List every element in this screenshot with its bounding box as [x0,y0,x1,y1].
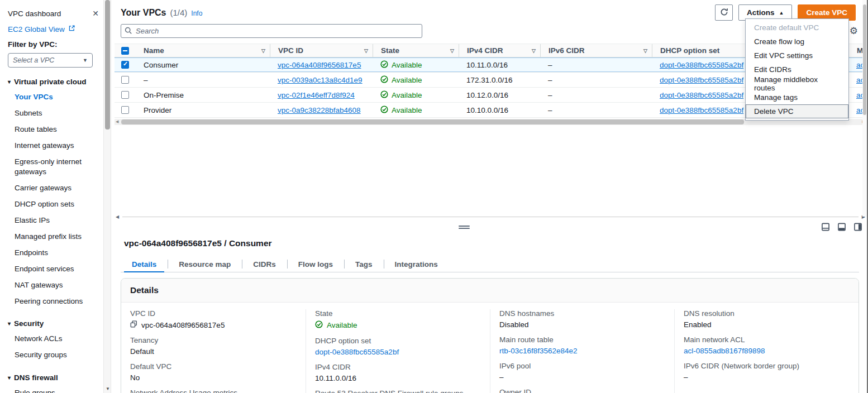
tab-label: Resource map [179,260,231,269]
panel-split-layout-icon[interactable] [837,223,846,233]
scrollbar-thumb[interactable] [121,119,744,124]
refresh-icon [720,8,728,18]
sidebar-item-endpoint-services[interactable]: Endpoint services [8,261,100,277]
column-header-state[interactable]: State▽ [373,44,459,57]
column-header-ipv6-cidr[interactable]: IPv6 CIDR▽ [540,44,652,57]
tab-details[interactable]: Details [121,256,168,272]
vpc-filter-select[interactable]: Select a VPC ▼ [8,53,93,68]
tab-flow-logs[interactable]: Flow logs [287,256,344,272]
field-label: IPv4 CIDR [315,363,481,371]
row-checkbox[interactable] [121,91,129,99]
filter-icon[interactable]: ▽ [450,48,454,54]
sidebar-item-elastic-ips[interactable]: Elastic IPs [8,213,100,229]
row-checkbox[interactable] [121,106,129,114]
menu-item-create-flow-log[interactable]: Create flow log [746,35,848,49]
menu-item-edit-vpc-settings[interactable]: Edit VPC settings [746,49,848,63]
vpc-id-link[interactable]: vpc-0039a0c13a8c4d1e9 [278,76,363,84]
column-header-name[interactable]: Name▽ [136,44,270,57]
sidebar-item-rule-groups[interactable]: Rule groups [8,385,100,393]
panel-horizontal-scrollbar[interactable]: ◀ ▶ [115,213,866,221]
row-checkbox[interactable] [121,61,129,69]
field-label: IPv6 pool [499,362,665,370]
row-checkbox[interactable] [121,76,129,84]
select-all-checkbox[interactable] [121,47,129,55]
tab-resource-map[interactable]: Resource map [168,256,242,272]
column-header-vpc-id[interactable]: VPC ID▽ [270,44,373,57]
section-security[interactable]: ▾ Security [8,319,100,328]
menu-item-edit-cidrs[interactable]: Edit CIDRs [746,63,848,76]
vpc-id-link[interactable]: vpc-02f1e46eff7d8f924 [278,91,355,99]
sidebar-item-endpoints[interactable]: Endpoints [8,245,100,261]
sidebar-item-your-vpcs[interactable]: Your VPCs [8,89,100,106]
dhcp-option-set-link[interactable]: dopt-0e388fbc65585a2bf [660,91,743,99]
cell-ipv4-cidr: 10.12.0.0/16 [459,91,540,99]
panel-bottom-layout-icon[interactable] [821,223,830,233]
sidebar-item-dhcp-option-sets[interactable]: DHCP option sets [8,196,100,213]
sidebar-item-vpc-dashboard[interactable]: VPC dashboard [8,9,89,18]
sidebar-item-route-tables[interactable]: Route tables [8,122,100,138]
field-value: 10.11.0.0/16 [315,374,481,382]
tab-label: Tags [355,260,373,269]
scroll-down-icon[interactable]: ▼ [106,386,110,391]
scrollbar-thumb[interactable] [863,4,866,115]
sidebar-item-security-groups[interactable]: Security groups [8,347,100,363]
sidebar-item-internet-gateways[interactable]: Internet gateways [8,138,100,154]
tab-cidrs[interactable]: CIDRs [242,256,287,272]
section-dns-firewall[interactable]: ▾ DNS firewall [8,373,100,382]
sidebar-item-egress-only-internet-gateways[interactable]: Egress-only internet gateways [8,154,100,181]
menu-item-manage-middlebox-routes[interactable]: Manage middlebox routes [746,76,848,90]
filter-icon[interactable]: ▽ [261,48,265,54]
status-available-icon [315,320,323,330]
menu-item-delete-vpc[interactable]: Delete VPC [746,104,848,118]
dhcp-option-set-link[interactable]: dopt-0e388fbc65585a2bf [660,76,743,84]
main-route-table-link[interactable]: rtb-03c16f8f3562e84e2 [499,347,578,355]
tab-tags[interactable]: Tags [344,256,384,272]
cell-name: Consumer [136,61,270,69]
main-vertical-scrollbar[interactable] [862,0,867,217]
column-label: IPv6 CIDR [549,46,585,55]
resize-handle[interactable] [459,226,470,230]
filter-icon[interactable]: ▽ [532,48,536,54]
detail-tabs: Details Resource map CIDRs Flow logs Tag… [121,256,859,272]
dhcp-option-set-link[interactable]: dopt-0e388fbc65585a2bf [660,61,743,69]
section-virtual-private-cloud[interactable]: ▾ Virtual private cloud [8,78,100,86]
info-link[interactable]: Info [191,9,202,17]
field-label: State [315,309,481,318]
filter-icon[interactable]: ▽ [643,48,647,54]
tab-integrations[interactable]: Integrations [384,256,449,272]
cell-state: Available [392,91,422,99]
column-label: DHCP option set [660,46,719,55]
sidebar-item-carrier-gateways[interactable]: Carrier gateways [8,180,100,196]
card-title: Details [130,285,159,295]
sidebar-item-subnets[interactable]: Subnets [8,106,100,122]
field-label: Main route table [499,336,665,344]
sidebar-scrollbar-thumb[interactable] [105,0,110,130]
sidebar-item-managed-prefix-lists[interactable]: Managed prefix lists [8,229,100,245]
copy-icon[interactable] [130,320,137,329]
sidebar-item-network-acls[interactable]: Network ACLs [8,331,100,347]
tab-label: Integrations [395,260,438,269]
search-input[interactable] [121,24,422,38]
vpc-id-link[interactable]: vpc-064a408f9656817e5 [278,61,361,69]
vpc-id-link[interactable]: vpc-0a9c38228bfab4608 [278,106,361,114]
close-icon[interactable]: ✕ [92,9,99,18]
vpc-count: (1/4) [170,8,188,17]
sidebar-scrollbar[interactable]: ▼ [103,0,111,393]
dhcp-option-set-link[interactable]: dopt-0e388fbc65585a2bf [315,348,399,356]
column-header-ipv4-cidr[interactable]: IPv4 CIDR▽ [459,44,540,57]
menu-item-manage-tags[interactable]: Manage tags [746,90,848,104]
search-icon [125,27,132,37]
cell-ipv6-cidr: – [540,91,652,99]
sidebar-item-nat-gateways[interactable]: NAT gateways [8,277,100,294]
scroll-left-icon[interactable]: ◀ [116,119,118,124]
refresh-button[interactable] [715,4,733,21]
filter-icon[interactable]: ▽ [364,48,368,54]
panel-side-layout-icon[interactable] [853,223,862,233]
detail-column: DNS hostnames Disabled Main route table … [490,309,674,393]
dhcp-option-set-link[interactable]: dopt-0e388fbc65585a2bf [660,106,743,114]
gear-icon[interactable]: ⚙ [850,25,858,37]
scroll-left-icon[interactable]: ◀ [116,214,119,219]
sidebar-item-peering-connections[interactable]: Peering connections [8,294,100,310]
main-network-acl-link[interactable]: acl-0855adb8167f89898 [684,347,765,355]
sidebar-item-ec2-global-view[interactable]: EC2 Global View [8,25,65,33]
